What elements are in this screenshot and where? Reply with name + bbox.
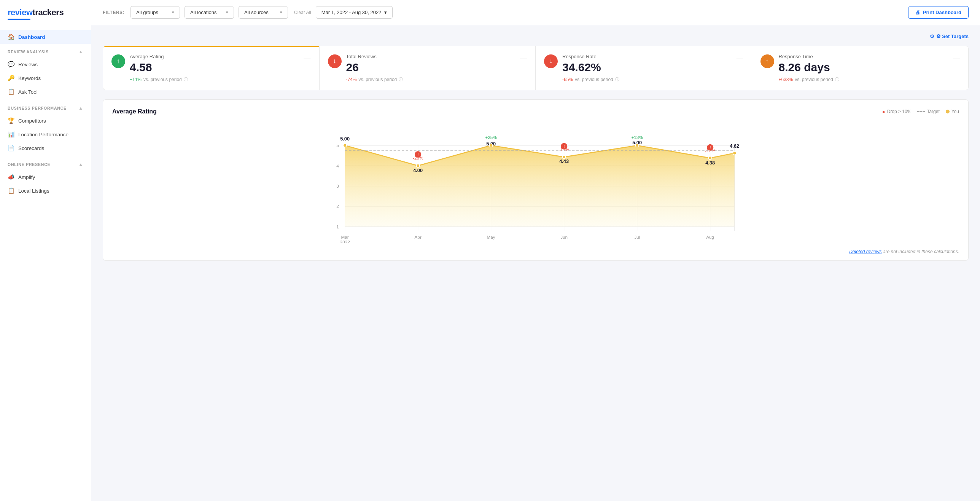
groups-filter[interactable]: All groups ▾ — [130, 6, 180, 19]
total-reviews-change: -74% vs. previous period ⓘ — [346, 77, 527, 82]
chart-area-fill — [345, 145, 735, 227]
clear-all-link[interactable]: Clear All — [294, 10, 311, 15]
nav-competitors[interactable]: 🏆 Competitors — [0, 114, 91, 128]
keywords-icon: 🔑 — [8, 75, 14, 81]
svg-text:4.62: 4.62 — [730, 143, 739, 149]
svg-text:Jun: Jun — [560, 235, 568, 239]
svg-text:1: 1 — [336, 224, 339, 229]
date-range-filter[interactable]: Mar 1, 2022 - Aug 30, 2022 ▾ — [316, 6, 393, 19]
average-rating-icon: ↑ — [111, 54, 125, 68]
average-rating-change: +11% vs. previous period ⓘ — [130, 77, 311, 82]
set-targets-link[interactable]: ⚙ ⚙ Set Targets — [930, 34, 969, 39]
sources-chevron-icon: ▾ — [280, 10, 282, 15]
svg-text:Apr: Apr — [415, 235, 422, 239]
legend-drop: ● Drop > 10% — [882, 109, 912, 115]
groups-chevron-icon: ▾ — [172, 10, 174, 15]
dot-aug — [708, 156, 712, 160]
filters-label: FILTERS: — [103, 10, 124, 15]
business-performance-label: BUSINESS PERFORMANCE ▲ — [0, 105, 91, 114]
svg-text:Mar: Mar — [341, 235, 349, 239]
online-presence-label: ONLINE PRESENCE ▲ — [0, 162, 91, 170]
filters-bar: FILTERS: All groups ▾ All locations ▾ Al… — [91, 0, 980, 25]
svg-text:!: ! — [417, 152, 419, 157]
average-rating-chart: 5 4 3 2 1 Mar 2022 — [112, 121, 959, 243]
response-rate-icon: ↓ — [544, 54, 558, 68]
metric-card-total-reviews: — ↓ Total Reviews 26 -74% vs. previous p… — [320, 46, 536, 90]
nav-dashboard[interactable]: 🏠 Dashboard — [0, 30, 91, 44]
svg-text:Jul: Jul — [634, 235, 640, 239]
deleted-reviews-link[interactable]: Deleted reviews — [849, 249, 881, 254]
target-line-icon — [917, 111, 925, 112]
date-chevron-icon: ▾ — [384, 10, 387, 15]
legend-target: Target — [917, 109, 939, 114]
chart-wrapper: 5 4 3 2 1 Mar 2022 — [112, 121, 959, 244]
set-targets-icon: ⚙ — [930, 34, 934, 39]
svg-text:4.00: 4.00 — [413, 168, 423, 173]
set-targets-container: ⚙ ⚙ Set Targets — [103, 33, 969, 40]
nav-section-review-analysis: REVIEW ANALYSIS ▲ 💬 Reviews 🔑 Keywords 📋… — [0, 44, 91, 100]
set-targets-label: ⚙ Set Targets — [936, 34, 969, 39]
svg-text:4.43: 4.43 — [559, 158, 569, 164]
reviews-icon: 💬 — [8, 61, 14, 68]
nav-location-performance[interactable]: 📊 Location Performance — [0, 128, 91, 141]
alert-icon: ● — [882, 109, 885, 115]
metric-dash-response-time[interactable]: — — [953, 54, 960, 62]
nav-keywords[interactable]: 🔑 Keywords — [0, 71, 91, 85]
total-reviews-value: 26 — [346, 61, 527, 73]
total-reviews-label: Total Reviews — [346, 54, 527, 59]
amplify-icon: 📣 — [8, 174, 14, 180]
nav-amplify[interactable]: 📣 Amplify — [0, 170, 91, 184]
print-dashboard-button[interactable]: 🖨 Print Dashboard — [908, 6, 969, 19]
response-rate-info-icon[interactable]: ⓘ — [615, 77, 619, 82]
dot-jul — [635, 144, 639, 147]
metric-dash-average-rating[interactable]: — — [304, 54, 311, 62]
nav-scorecards[interactable]: 📄 Scorecards — [0, 141, 91, 155]
chart-section: Average Rating ● Drop > 10% Target You — [103, 99, 969, 261]
legend-you: You — [946, 109, 959, 114]
nav-section-online-presence: ONLINE PRESENCE ▲ 📣 Amplify 📋 Local List… — [0, 156, 91, 199]
total-reviews-icon: ↓ — [328, 54, 342, 68]
average-rating-info-icon[interactable]: ⓘ — [184, 77, 188, 82]
svg-text:!: ! — [710, 145, 711, 150]
sources-filter[interactable]: All sources ▾ — [239, 6, 288, 19]
sidebar: reviewtrackers 🏠 Dashboard REVIEW ANALYS… — [0, 0, 91, 501]
svg-text:Aug: Aug — [706, 235, 714, 239]
ask-tool-icon: 📋 — [8, 88, 14, 95]
svg-text:3: 3 — [336, 183, 339, 188]
locations-filter[interactable]: All locations ▾ — [185, 6, 234, 19]
nav-local-listings[interactable]: 📋 Local Listings — [0, 184, 91, 198]
content-area: ⚙ ⚙ Set Targets — ↑ Average Rating 4.58 … — [91, 25, 980, 501]
you-dot-icon — [946, 110, 950, 113]
svg-text:4: 4 — [336, 163, 339, 168]
response-time-icon: ↑ — [760, 54, 774, 68]
svg-text:2022: 2022 — [340, 239, 350, 243]
locations-chevron-icon: ▾ — [226, 10, 228, 15]
dot-end — [733, 152, 736, 155]
footer-note: Deleted reviews are not included in thes… — [112, 249, 959, 254]
response-time-label: Response Time — [779, 54, 960, 59]
svg-text:4.38: 4.38 — [705, 160, 715, 166]
chart-header: Average Rating ● Drop > 10% Target You — [112, 108, 959, 115]
main-content: FILTERS: All groups ▾ All locations ▾ Al… — [91, 0, 980, 501]
metric-card-response-rate: — ↓ Response Rate 34.62% -65% vs. previo… — [536, 46, 752, 90]
local-listings-icon: 📋 — [8, 187, 14, 194]
competitors-icon: 🏆 — [8, 117, 14, 124]
nav-ask-tool[interactable]: 📋 Ask Tool — [0, 85, 91, 99]
print-icon: 🖨 — [915, 10, 920, 15]
total-reviews-info-icon[interactable]: ⓘ — [399, 77, 403, 82]
svg-text:!: ! — [563, 144, 565, 148]
response-rate-change: -65% vs. previous period ⓘ — [562, 77, 743, 82]
review-analysis-label: REVIEW ANALYSIS ▲ — [0, 49, 91, 57]
nav-reviews[interactable]: 💬 Reviews — [0, 57, 91, 71]
metric-card-average-rating: — ↑ Average Rating 4.58 +11% vs. previou… — [103, 46, 320, 90]
svg-text:+25%: +25% — [485, 135, 497, 140]
metric-dash-response-rate[interactable]: — — [737, 54, 743, 62]
dot-may — [489, 144, 493, 147]
scorecards-icon: 📄 — [8, 145, 14, 152]
average-rating-value: 4.58 — [130, 61, 311, 73]
app-logo: reviewtrackers — [8, 8, 83, 18]
response-time-info-icon[interactable]: ⓘ — [835, 77, 839, 82]
response-time-value: 8.26 days — [779, 61, 960, 73]
chart-legend: ● Drop > 10% Target You — [882, 109, 959, 115]
metric-dash-total-reviews[interactable]: — — [520, 54, 527, 62]
